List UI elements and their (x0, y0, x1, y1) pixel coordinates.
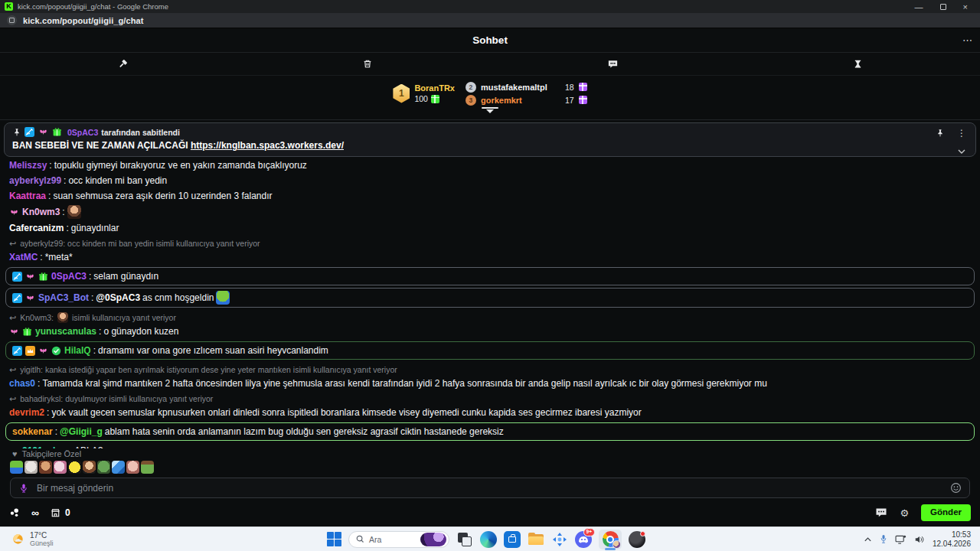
tab-search-icon[interactable] (7, 15, 17, 25)
hourglass-icon (853, 58, 863, 70)
shop-counter[interactable]: 0 (50, 507, 70, 519)
chat-message-list[interactable]: Meliszsy:topuklu giymeyi bırakıyoruz ve … (0, 158, 980, 448)
quick-emote-row[interactable] (10, 461, 154, 474)
chat-message-highlighted[interactable]: sokkenar: @Giigii_g ablam hata senin ord… (5, 422, 975, 441)
chat-settings-bubble-icon[interactable] (875, 507, 887, 518)
clock-date: 12.04.2026 (933, 540, 971, 549)
tray-chevron-icon[interactable] (864, 536, 872, 543)
pink-cat-emote[interactable] (54, 461, 67, 474)
chat-message-highlighted[interactable]: SpAC3_Bot: @0SpAC3 as cnm hoşgeldin (5, 288, 975, 308)
yellow-ball-emote[interactable] (68, 461, 81, 474)
leaderboard-amount: 18 (565, 83, 574, 92)
chat-message[interactable]: Kn0wm3: (0, 204, 980, 220)
gear-icon[interactable]: ⚙ (900, 508, 909, 518)
window-titlebar: K kick.com/popout/giigii_g/chat - Google… (0, 0, 980, 13)
microsoft-store-icon[interactable] (504, 531, 521, 548)
username[interactable]: Cafercanizm (9, 222, 64, 234)
username[interactable]: devrim2 (9, 406, 44, 419)
pin-toggle-icon[interactable] (936, 129, 945, 138)
chat-message[interactable]: Meliszsy:topuklu giymeyi bırakıyoruz ve … (0, 158, 980, 173)
username[interactable]: sokkenar (12, 425, 53, 438)
taskbar-clock[interactable]: 10:53 12.04.2026 (933, 530, 971, 548)
pinned-collapse-chevron[interactable] (957, 148, 966, 155)
message-text: *meta* (45, 251, 73, 263)
chat-message[interactable]: ayberkylz99:occ kinden mi ban yedin (0, 173, 980, 188)
gift-icon (431, 95, 439, 103)
leaderboard-rank-2[interactable]: 2 mustafakemaltpl 18 (466, 82, 587, 93)
edge-icon[interactable] (480, 531, 497, 548)
active-app-indicator (605, 548, 616, 550)
username[interactable]: Kaattraa (9, 190, 46, 202)
pepe-hat-emote[interactable] (141, 461, 154, 474)
gifter-badge-icon (22, 327, 32, 337)
username[interactable]: XatMC (9, 251, 38, 263)
chat-message[interactable]: ↩Kn0wm3:isimli kullanıcıya yanıt veriyor… (0, 310, 980, 339)
pinned-message[interactable]: 0SpAC3 tarafından sabitlendi BAN SEBEBİ … (4, 122, 976, 157)
gavel-tab[interactable] (0, 53, 245, 75)
tray-microphone-icon[interactable] (880, 534, 887, 544)
username[interactable]: Kn0wm3 (22, 206, 60, 218)
pinned-menu-icon[interactable]: ⋮ (957, 128, 966, 139)
girl-emote[interactable] (67, 205, 81, 219)
url-bar[interactable]: kick.com/popout/giigii_g/chat (0, 13, 980, 28)
username[interactable]: 0SpAC3 (51, 270, 87, 282)
blue-letter-emote[interactable] (112, 461, 125, 474)
message-input[interactable]: Bir mesaj gönderin (10, 478, 970, 498)
tray-speaker-icon[interactable] (914, 535, 925, 544)
username[interactable]: chas0 (9, 377, 35, 390)
maximize-button[interactable] (940, 4, 946, 10)
chat-message[interactable]: ↩bahadiryksl: duyulmuyor isimli kullanıc… (0, 391, 980, 420)
url-text[interactable]: kick.com/popout/giigii_g/chat (23, 16, 144, 25)
leaderboard-rank-3[interactable]: 3 gorkemkrt 17 (466, 95, 587, 106)
chrome-icon-active[interactable] (599, 530, 622, 549)
username[interactable]: Meliszsy (9, 159, 47, 171)
start-button[interactable] (327, 532, 341, 546)
tray-network-icon[interactable] (895, 535, 906, 544)
pinned-author[interactable]: 0SpAC3 (67, 128, 98, 137)
leaderboard-rank-1[interactable]: 1 BoranTRx 100 (393, 83, 455, 103)
gift-leaderboard[interactable]: 1 BoranTRx 100 2 mustafakemaltpl 18 3 go… (0, 77, 980, 110)
username[interactable]: ayberkylz99 (9, 174, 61, 187)
chat-mode-tab[interactable] (490, 53, 735, 75)
task-view-button[interactable] (456, 531, 473, 548)
username[interactable]: HilalQ (64, 344, 91, 357)
weather-widget[interactable]: 17°C Güneşli (0, 531, 138, 547)
mustache-man-emote[interactable] (39, 461, 52, 474)
trash-icon (362, 58, 373, 70)
username[interactable]: yunuscanulas (35, 325, 96, 337)
username[interactable]: 2121cyber (22, 445, 67, 448)
mention[interactable]: @0SpAC3 (96, 292, 140, 304)
blue-app-icon[interactable] (551, 531, 568, 548)
chat-message-highlighted[interactable]: HilalQ:dramamı var oına gore ızlıcem sua… (5, 341, 975, 360)
microphone-icon[interactable] (18, 482, 29, 494)
username[interactable]: SpAC3_Bot (38, 292, 89, 304)
header-menu-icon[interactable]: ⋯ (962, 34, 972, 46)
chat-message[interactable]: ↩ayberkylz99: occ kinden mi ban yedin is… (0, 236, 980, 265)
close-button[interactable]: × (963, 2, 968, 11)
leaderboard-collapse-chevron[interactable] (482, 107, 498, 113)
chat-message[interactable]: ↩yigitlh: kanka istediği yapar ben ayrıl… (0, 362, 980, 391)
minimize-button[interactable]: — (915, 2, 923, 11)
frog-suit-emote[interactable] (10, 461, 23, 474)
chat-message[interactable]: Cafercanizm:günaydınlar (0, 220, 980, 236)
chat-message-highlighted[interactable]: 0SpAC3:selam günaydın (5, 267, 975, 285)
community-dots-icon[interactable] (9, 507, 21, 519)
party-frog-emote[interactable] (216, 291, 230, 305)
chat-message[interactable]: 2121cyber:ABLA? (0, 443, 980, 448)
delete-tab[interactable] (245, 53, 490, 75)
search-highlight-image[interactable] (420, 533, 446, 546)
file-explorer-icon[interactable] (528, 531, 544, 548)
mention[interactable]: @Giigii_g (60, 425, 103, 438)
discord-icon[interactable]: 9+ (575, 531, 592, 548)
white-cat-emote[interactable] (24, 461, 38, 474)
face-emote[interactable] (126, 461, 139, 474)
emoji-picker-icon[interactable] (950, 482, 962, 494)
dark-app-icon[interactable] (629, 531, 645, 548)
chat-message[interactable]: Kaattraa:suan sehmusa zera aşık derin 10… (0, 188, 980, 204)
girl-emote[interactable] (83, 461, 96, 474)
sad-pepe-emote[interactable] (97, 461, 110, 474)
send-button[interactable]: Gönder (921, 504, 971, 521)
slow-mode-tab[interactable] (735, 53, 980, 75)
taskbar-search[interactable]: Ara (348, 531, 449, 548)
pinned-link[interactable]: https://knglban.spac3.workers.dev/ (191, 140, 344, 151)
